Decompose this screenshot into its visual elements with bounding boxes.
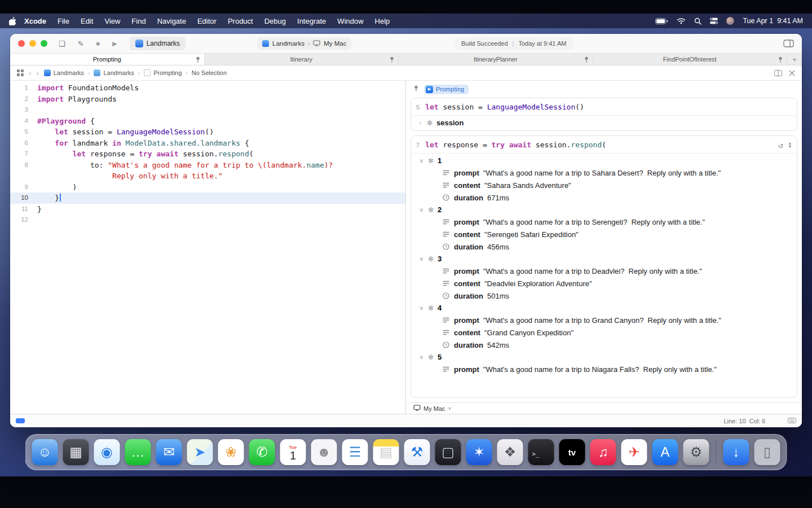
pin-icon[interactable] <box>390 56 394 63</box>
code-line-5[interactable]: 5 let session = LanguageModelSession() <box>10 126 405 138</box>
entry-5[interactable]: ∨✻5 <box>411 351 797 363</box>
dock-terminal[interactable]: >_ <box>528 439 554 465</box>
dock-contacts[interactable]: ☻ <box>311 439 337 465</box>
history-icon[interactable]: ↺ <box>778 141 783 149</box>
search-icon[interactable] <box>694 17 701 25</box>
entry-4-duration[interactable]: duration542ms <box>411 339 797 351</box>
chevron-down-icon[interactable]: ∨ <box>419 207 424 213</box>
dock-calendar[interactable]: Tue1 <box>280 439 306 465</box>
compose-icon[interactable]: ✎ <box>78 40 84 47</box>
entry-5-prompt[interactable]: prompt"What's a good name for a trip to … <box>411 363 797 375</box>
dock-xcode[interactable]: ⚒ <box>404 439 430 465</box>
menu-edit[interactable]: Edit <box>75 17 99 25</box>
close-button[interactable] <box>18 40 25 47</box>
editor-options-icon[interactable] <box>783 40 794 47</box>
minimize-button[interactable] <box>29 40 36 47</box>
entry-4-prompt[interactable]: prompt"What's a good name for a trip to … <box>411 314 797 326</box>
breadcrumb-item[interactable]: No Selection <box>192 69 227 76</box>
code-line-1[interactable]: 1import FoundationModels <box>10 82 405 94</box>
battery-icon[interactable] <box>655 18 668 24</box>
run-button[interactable]: ▶ <box>112 41 117 47</box>
menu-view[interactable]: View <box>99 17 126 25</box>
code-line-11[interactable]: 11} <box>10 204 405 215</box>
code-line-12[interactable]: 12 <box>10 214 405 226</box>
dock-sf-symbols[interactable]: ❖ <box>497 439 523 465</box>
project-tab[interactable]: Landmarks <box>130 37 186 50</box>
entry-1-prompt[interactable]: prompt"What's a good name for a trip to … <box>411 167 797 179</box>
dock-quicktime[interactable]: ▢ <box>435 439 461 465</box>
menu-file[interactable]: File <box>52 17 75 25</box>
chevron-down-icon[interactable]: ∨ <box>419 305 424 311</box>
pin-icon[interactable] <box>414 84 418 94</box>
stepper-icon[interactable]: ▲▼ <box>789 142 791 148</box>
keyboard-icon[interactable] <box>770 411 796 428</box>
menu-debug[interactable]: Debug <box>259 17 292 25</box>
entry-2-duration[interactable]: duration456ms <box>411 240 797 253</box>
menu-help[interactable]: Help <box>369 17 396 25</box>
siri-icon[interactable] <box>726 17 734 25</box>
pin-icon[interactable] <box>584 56 589 63</box>
code-line-10[interactable]: 10 } <box>10 192 405 204</box>
entry-1[interactable]: ∨✻1 <box>411 155 797 167</box>
window-titlebar[interactable]: ❏ ✎ ■ ▶ Landmarks Landmarks › My Mac Bui… <box>10 34 802 53</box>
menu-navigate[interactable]: Navigate <box>152 17 192 25</box>
tab-findpointofinterest[interactable]: FindPointOfInterest <box>593 54 788 65</box>
tab-itineraryplanner[interactable]: ItineraryPlanner <box>399 54 593 65</box>
dock-finder[interactable]: ☺ <box>32 439 58 465</box>
menu-window[interactable]: Window <box>332 17 369 25</box>
tab-prompting[interactable]: Prompting <box>10 54 205 65</box>
stop-button[interactable]: ■ <box>96 41 100 47</box>
session-instance-row[interactable]: › ✻ session <box>411 115 797 130</box>
code-line-8[interactable]: 8 to: "What's a good name for a trip to … <box>10 160 405 182</box>
dock-mail[interactable]: ✉ <box>156 439 182 465</box>
dock-safari[interactable]: ◉ <box>94 439 120 465</box>
entry-3[interactable]: ∨✻3 <box>411 253 797 265</box>
entry-2-content[interactable]: content"Serengeti Safari Expedition" <box>411 228 797 240</box>
related-items-icon[interactable] <box>17 69 24 76</box>
canvas-session-code[interactable]: 5let session = LanguageModelSession() <box>411 98 797 115</box>
code-line-9[interactable]: 9 ) <box>10 182 405 193</box>
dock-facetime[interactable]: ✆ <box>249 439 275 465</box>
dock-photos[interactable]: ❀ <box>218 439 244 465</box>
new-file-icon[interactable]: ❏ <box>59 40 65 47</box>
response-code-row[interactable]: 7let response = try await session.respon… <box>411 136 797 153</box>
dock-music[interactable]: ♫ <box>590 439 616 465</box>
entry-2[interactable]: ∨✻2 <box>411 204 797 216</box>
playground-badge[interactable]: ▶ Prompting <box>424 85 469 94</box>
entry-2-prompt[interactable]: prompt"What's a good name for a trip to … <box>411 216 797 228</box>
dock-downloads[interactable]: ↓ <box>723 439 749 465</box>
code-line-3[interactable]: 3 <box>10 104 405 116</box>
dock-maps[interactable]: ➤ <box>187 439 213 465</box>
chevron-down-icon[interactable]: ∨ <box>419 256 424 262</box>
menubar-clock[interactable]: Tue Apr 1 9:41 AM <box>743 17 803 25</box>
forward-button[interactable]: › <box>36 69 38 77</box>
split-editor-icon[interactable] <box>774 70 782 76</box>
menu-product[interactable]: Product <box>222 17 259 25</box>
entry-4[interactable]: ∨✻4 <box>411 302 797 314</box>
entry-3-duration[interactable]: duration501ms <box>411 290 797 302</box>
dock-reminders[interactable]: ☰ <box>342 439 368 465</box>
dock-launchpad[interactable]: ▦ <box>63 439 89 465</box>
menu-integrate[interactable]: Integrate <box>292 17 332 25</box>
dock-trash[interactable]: ▯ <box>754 439 780 465</box>
apple-menu[interactable] <box>9 17 16 25</box>
dock-notes[interactable]: ▤ <box>373 439 399 465</box>
entry-1-content[interactable]: content"Sahara Sands Adventure" <box>411 179 797 191</box>
close-editor-icon[interactable] <box>789 70 795 76</box>
pin-icon[interactable] <box>778 56 783 63</box>
menubar-app-name[interactable]: Xcode <box>19 17 52 25</box>
dock-simulator[interactable]: ✈ <box>621 439 647 465</box>
chevron-down-icon[interactable]: ∨ <box>419 354 424 360</box>
pin-icon[interactable] <box>196 56 200 63</box>
source-editor[interactable]: 1import FoundationModels2import Playgrou… <box>10 81 406 414</box>
control-center-icon[interactable] <box>710 17 718 24</box>
scheme-selector[interactable]: Landmarks › My Mac <box>257 37 351 50</box>
menu-find[interactable]: Find <box>126 17 151 25</box>
back-button[interactable]: ‹ <box>29 69 31 77</box>
menu-editor[interactable]: Editor <box>192 17 222 25</box>
dock-messages[interactable]: … <box>125 439 151 465</box>
entry-3-content[interactable]: content"Deadvlei Exploration Adventure" <box>411 277 797 290</box>
dock-shortcuts[interactable]: ✶ <box>466 439 492 465</box>
entry-4-content[interactable]: content"Grand Canyon Expedition" <box>411 326 797 339</box>
dock-settings[interactable]: ⚙ <box>683 439 709 465</box>
